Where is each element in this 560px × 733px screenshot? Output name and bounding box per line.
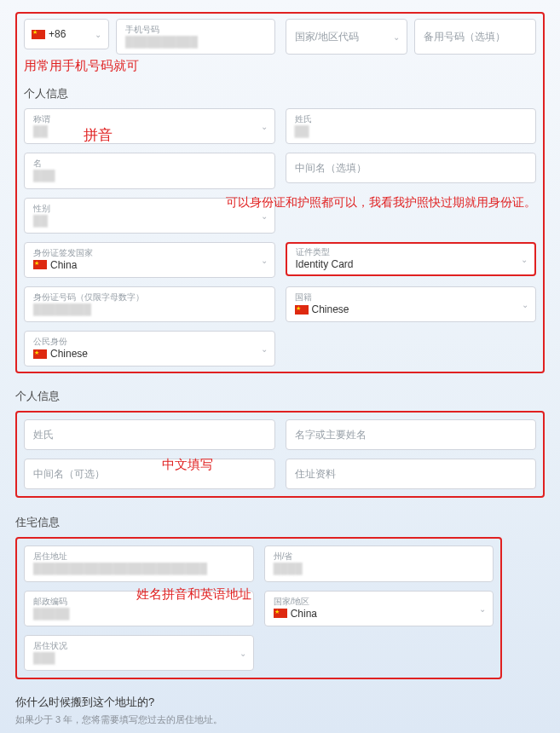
value: █████ bbox=[33, 607, 245, 620]
value: China bbox=[274, 607, 485, 620]
phone-prefix-value: +86 bbox=[49, 28, 66, 40]
section-title-personal: 个人信息 bbox=[24, 86, 536, 101]
gender-value: ██ bbox=[33, 214, 266, 228]
region-code-select[interactable]: 国家/地区代码 ⌄ bbox=[286, 19, 407, 55]
region-code-placeholder: 国家/地区代码 bbox=[295, 30, 398, 44]
title-select[interactable]: 称谓 ██ ⌄ bbox=[24, 108, 275, 144]
move-question: 你什么时候搬到这个地址的? bbox=[15, 695, 545, 710]
citizenship-value: Chinese bbox=[33, 347, 266, 361]
id-country-label: 身份证签发国家 bbox=[33, 248, 266, 258]
name-label: 名 bbox=[33, 159, 266, 169]
phone-input[interactable]: 手机号码 ██████████ bbox=[116, 19, 275, 55]
annot-idtype: 可以身份证和护照都可以，我看我护照快过期就用身份证。 bbox=[226, 194, 541, 211]
id-type-select[interactable]: 证件类型 Identity Card ⌄ bbox=[286, 242, 537, 276]
chevron-down-icon: ⌄ bbox=[95, 30, 101, 39]
addr-cn-input[interactable]: 住址资料 bbox=[286, 459, 537, 489]
nationality-value: Chinese bbox=[295, 303, 528, 316]
label: 国家/地区 bbox=[274, 597, 485, 607]
state-input[interactable]: 州/省 ████ bbox=[264, 545, 494, 581]
annot-pinyin: 拼音 bbox=[84, 125, 113, 145]
title-label: 称谓 bbox=[33, 114, 266, 124]
id-country-value: China bbox=[33, 258, 266, 272]
phone-prefix-select[interactable]: +86 ⌄ bbox=[24, 19, 109, 49]
id-number-input[interactable]: 身份证号码（仅限字母数字） ████████ bbox=[24, 286, 275, 322]
annot-phone: 用常用手机号码就可 bbox=[24, 58, 536, 74]
move-subtext: 如果少于 3 年，您将需要填写您过去的居住地址。 bbox=[15, 713, 545, 726]
annot-cn: 中文填写 bbox=[162, 457, 213, 473]
phone-label: 手机号码 bbox=[125, 25, 266, 35]
label: 中间名（可选） bbox=[33, 467, 266, 482]
surname-label: 姓氏 bbox=[295, 114, 528, 124]
nationality-label: 国籍 bbox=[295, 292, 528, 303]
label: 居住地址 bbox=[33, 551, 245, 562]
section-title-residence: 住宅信息 bbox=[15, 515, 545, 530]
id-number-label: 身份证号码（仅限字母数字） bbox=[33, 292, 266, 303]
label: 名字或主要姓名 bbox=[295, 428, 528, 442]
backup-phone-input[interactable]: 备用号码（选填） bbox=[414, 19, 536, 55]
name-input[interactable]: 名 ███ bbox=[24, 153, 275, 188]
name-value: ███ bbox=[33, 169, 266, 182]
label: 州/省 bbox=[274, 551, 485, 562]
label: 姓氏 bbox=[33, 428, 266, 442]
id-type-label: 证件类型 bbox=[296, 247, 527, 257]
middle-input[interactable]: 中间名（选填） bbox=[286, 153, 537, 183]
label: 居住状况 bbox=[33, 641, 245, 651]
id-type-value: Identity Card bbox=[296, 257, 527, 271]
flag-icon bbox=[32, 30, 45, 39]
flag-icon bbox=[295, 305, 309, 315]
country-select[interactable]: 国家/地区 China ⌄ bbox=[264, 591, 494, 626]
value: ███ bbox=[33, 651, 245, 665]
citizenship-select[interactable]: 公民身份 Chinese ⌄ bbox=[24, 331, 275, 366]
id-country-select[interactable]: 身份证签发国家 China ⌄ bbox=[24, 242, 275, 278]
res-status-select[interactable]: 居住状况 ███ ⌄ bbox=[24, 635, 254, 671]
given-cn-input[interactable]: 名字或主要姓名 bbox=[286, 419, 537, 450]
middle-placeholder: 中间名（选填） bbox=[295, 161, 528, 176]
id-number-value: ████████ bbox=[33, 303, 266, 316]
label: 住址资料 bbox=[295, 467, 528, 482]
nationality-select[interactable]: 国籍 Chinese ⌄ bbox=[286, 286, 537, 322]
surname-input[interactable]: 姓氏 ██ bbox=[286, 108, 537, 144]
citizenship-label: 公民身份 bbox=[33, 337, 266, 347]
flag-icon bbox=[274, 609, 287, 618]
res-addr-input[interactable]: 居住地址 ████████████████████████ bbox=[24, 545, 254, 581]
surname-cn-input[interactable]: 姓氏 bbox=[24, 419, 275, 450]
flag-icon bbox=[33, 349, 47, 359]
phone-value: ██████████ bbox=[125, 35, 266, 49]
title-value: ██ bbox=[33, 124, 266, 138]
value: ████ bbox=[274, 562, 485, 575]
surname-value: ██ bbox=[295, 124, 528, 138]
annot-pinyin-addr: 姓名拼音和英语地址 bbox=[136, 586, 251, 603]
flag-icon bbox=[33, 260, 47, 269]
value: ████████████████████████ bbox=[33, 562, 245, 575]
backup-phone-placeholder: 备用号码（选填） bbox=[424, 30, 527, 44]
section-title-personal-2: 个人信息 bbox=[15, 389, 545, 404]
middle-cn-input[interactable]: 中间名（可选） bbox=[24, 459, 275, 489]
